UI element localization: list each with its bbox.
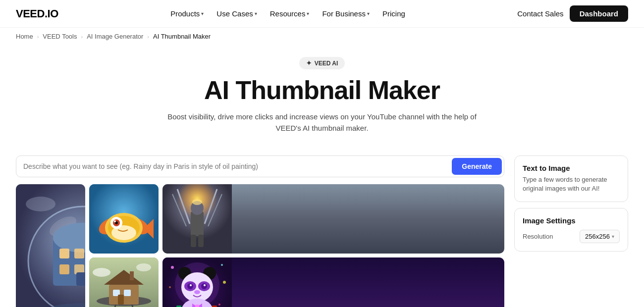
svg-rect-48	[130, 271, 134, 280]
nav-pricing[interactable]: Pricing	[377, 6, 410, 21]
dashboard-button[interactable]: Dashboard	[570, 5, 628, 22]
svg-rect-20	[191, 235, 196, 247]
image-fish[interactable]	[89, 184, 159, 254]
breadcrumb-veed-tools[interactable]: VEED Tools	[43, 33, 77, 40]
svg-rect-51	[118, 295, 124, 305]
chevron-down-icon: ▾	[612, 234, 614, 239]
generate-button[interactable]: Generate	[452, 158, 502, 175]
page-title: AI Thumbnail Maker	[16, 76, 628, 104]
chevron-down-icon: ▾	[307, 11, 309, 16]
breadcrumb-sep-2: ›	[81, 34, 83, 40]
svg-point-39	[93, 268, 110, 277]
breadcrumb: Home › VEED Tools › AI Image Generator ›…	[0, 28, 644, 45]
logo[interactable]: VEED.IO	[16, 7, 58, 20]
svg-point-68	[187, 283, 193, 289]
svg-rect-29	[59, 249, 69, 258]
chevron-down-icon: ▾	[255, 11, 257, 16]
resolution-row: Resolution 256x256 ▾	[523, 230, 620, 243]
text-to-image-title: Text to Image	[523, 164, 620, 172]
svg-rect-21	[198, 235, 204, 247]
image-settings-card: Image Settings Resolution 256x256 ▾	[514, 208, 628, 252]
breadcrumb-ai-image-gen[interactable]: AI Image Generator	[87, 33, 143, 40]
image-bubble-house[interactable]	[16, 184, 85, 307]
svg-point-10	[114, 220, 116, 222]
nav-products[interactable]: Products ▾	[165, 6, 209, 21]
image-flying-house[interactable]	[89, 257, 159, 307]
nav-for-business[interactable]: For Business ▾	[317, 6, 375, 21]
svg-point-59	[223, 281, 226, 284]
image-settings-title: Image Settings	[523, 216, 620, 225]
chevron-down-icon: ▾	[367, 11, 370, 16]
contact-sales-link[interactable]: Contact Sales	[517, 9, 563, 18]
breadcrumb-sep-3: ›	[147, 34, 149, 40]
resolution-dropdown[interactable]: 256x256 ▾	[580, 230, 620, 243]
breadcrumb-current: AI Thumbnail Maker	[153, 33, 211, 40]
image-panda[interactable]	[162, 257, 504, 307]
svg-rect-17	[191, 211, 204, 236]
svg-point-72	[194, 290, 200, 294]
svg-rect-35	[76, 272, 85, 286]
hero-section: ✦ VEED AI AI Thumbnail Maker Boost visib…	[0, 45, 644, 155]
resolution-value: 256x256	[585, 233, 610, 240]
svg-rect-32	[59, 264, 69, 274]
svg-point-70	[190, 284, 192, 286]
nav-links: Products ▾ Use Cases ▾ Resources ▾ For B…	[165, 6, 410, 21]
svg-point-71	[204, 284, 206, 286]
breadcrumb-home[interactable]: Home	[16, 33, 33, 40]
svg-point-40	[136, 263, 151, 271]
svg-point-69	[201, 283, 207, 289]
nav-right: Contact Sales Dashboard	[517, 5, 628, 22]
svg-point-56	[171, 266, 174, 269]
veed-ai-badge: ✦ VEED AI	[299, 57, 345, 69]
hero-description: Boost visibility, drive more clicks and …	[163, 111, 481, 134]
resolution-label: Resolution	[523, 233, 553, 240]
search-bar: Generate	[16, 155, 504, 177]
search-input[interactable]	[23, 162, 448, 170]
navbar: VEED.IO Products ▾ Use Cases ▾ Resources…	[0, 0, 644, 28]
svg-point-61	[218, 304, 220, 306]
image-grid	[16, 184, 504, 307]
main-content: Generate	[0, 155, 644, 307]
breadcrumb-sep-1: ›	[37, 34, 39, 40]
svg-point-23	[26, 197, 55, 211]
sparkle-icon: ✦	[306, 59, 312, 67]
chevron-down-icon: ▾	[201, 11, 204, 16]
svg-rect-30	[74, 249, 84, 258]
left-panel: Generate	[16, 155, 504, 307]
image-warrior[interactable]	[162, 184, 504, 254]
svg-point-58	[169, 286, 171, 288]
svg-rect-50	[124, 290, 131, 296]
nav-use-cases[interactable]: Use Cases ▾	[212, 6, 262, 21]
text-to-image-card: Text to Image Type a few words to genera…	[514, 155, 628, 202]
right-panel: Text to Image Type a few words to genera…	[514, 155, 628, 251]
svg-point-57	[221, 264, 223, 266]
text-to-image-description: Type a few words to generate original im…	[523, 175, 620, 193]
svg-point-19	[192, 199, 202, 205]
nav-resources[interactable]: Resources ▾	[265, 6, 315, 21]
